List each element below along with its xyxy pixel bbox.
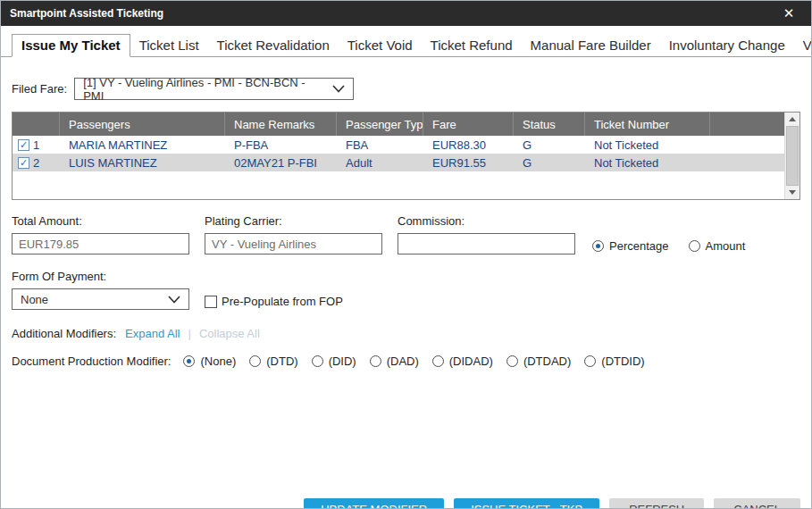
document-production-row: Document Production Modifier: (None) (DT… [12,355,800,368]
update-modifier-button[interactable]: UPDATE MODIFIER [304,498,444,509]
footer-buttons: UPDATE MODIFIER ISSUE TICKET - TKP REFRE… [304,498,800,509]
filed-fare-select[interactable]: [1] VY - Vueling Airlines - PMI - BCN-BC… [74,78,354,100]
tab-ticket-void[interactable]: Ticket Void [339,35,422,56]
table-row[interactable]: ✓ 1 MARIA MARTINEZ P-FBA FBA EUR88.30 G … [13,136,784,154]
total-amount-label: Total Amount: [12,214,205,228]
prepopulate-fop-checkbox[interactable]: Pre-Populate from FOP [205,295,343,308]
additional-modifiers-label: Additional Modifiers: [12,327,116,340]
tab-ticket-list[interactable]: Ticket List [130,35,208,56]
radio-icon [312,355,323,367]
ticket-number: Not Ticketed [585,136,710,154]
cancel-button[interactable]: CANCEL [714,498,800,509]
col-ticket-number: Ticket Number [585,113,710,136]
commission-field[interactable] [398,233,575,254]
row-number: 1 [33,138,39,152]
tab-involuntary-change[interactable]: Involuntary Change [660,35,794,56]
expand-all-link[interactable]: Expand All [125,327,180,340]
scrollbar-thumb[interactable] [786,126,799,186]
fare: EUR88.30 [423,136,514,154]
tab-issue-my-ticket[interactable]: Issue My Ticket [12,34,130,57]
filed-fare-row: Filed Fare: [1] VY - Vueling Airlines - … [12,78,800,100]
status: G [514,136,585,154]
table-empty-area [13,171,784,199]
filed-fare-label: Filed Fare: [12,82,67,96]
docprod-radio-dtd[interactable]: (DTD) [249,355,297,368]
amount-radio[interactable]: Amount [689,239,746,253]
radio-icon [689,240,700,252]
additional-modifiers-row: Additional Modifiers: Expand All | Colla… [12,327,800,340]
status: G [514,154,585,171]
form-of-payment-value: None [21,293,159,306]
smartpoint-ticketing-dialog: Smartpoint Assisted Ticketing ✕ Issue My… [0,0,812,509]
issue-ticket-tkp-button[interactable]: ISSUE TICKET - TKP [454,498,599,509]
passenger-table: Passengers Name Remarks Passenger Type F… [12,112,800,200]
total-amount-field[interactable] [12,233,189,254]
tab-ticket-refund[interactable]: Ticket Refund [422,35,522,56]
fare: EUR91.55 [423,154,514,171]
close-icon[interactable]: ✕ [775,1,802,26]
docprod-radio-none[interactable]: (None) [183,355,236,368]
col-status: Status [514,113,585,136]
document-production-label: Document Production Modifier: [12,355,171,368]
amount-fields-row: Total Amount: Plating Carrier: Commissio… [12,214,800,254]
passenger-type: Adult [337,154,423,171]
chevron-down-icon [332,85,345,93]
radio-selected-icon [183,355,195,367]
tab-content: Filed Fare: [1] VY - Vueling Airlines - … [1,78,811,509]
col-passengers: Passengers [60,113,225,136]
checkbox-icon [205,296,217,308]
scroll-down-icon[interactable] [785,186,799,199]
window-title: Smartpoint Assisted Ticketing [10,7,163,20]
table-row[interactable]: ✓ 2 LUIS MARTINEZ 02MAY21 P-FBI Adult EU… [13,154,784,171]
col-checkbox [13,113,60,136]
tab-voluntary-change[interactable]: Voluntary Change [794,35,812,56]
passenger-type: FBA [337,136,423,154]
radio-icon [432,355,444,367]
form-of-payment-label: Form Of Payment: [12,270,189,283]
plating-carrier-label: Plating Carrier: [205,214,398,228]
passenger-table-grid: Passengers Name Remarks Passenger Type F… [13,113,784,199]
tabstrip: Issue My Ticket Ticket List Ticket Reval… [1,33,811,57]
passenger-name: MARIA MARTINEZ [60,136,225,154]
table-header: Passengers Name Remarks Passenger Type F… [13,113,784,136]
docprod-radio-dtdad[interactable]: (DTDAD) [506,355,571,368]
row1-checkbox[interactable]: ✓ [18,139,29,151]
scroll-up-icon[interactable] [785,113,799,126]
tab-ticket-revalidation[interactable]: Ticket Revalidation [208,35,339,56]
filed-fare-value: [1] VY - Vueling Airlines - PMI - BCN-BC… [83,76,323,103]
table-scrollbar[interactable] [784,113,799,199]
titlebar: Smartpoint Assisted Ticketing ✕ [1,1,811,26]
radio-icon [370,355,381,367]
col-passenger-type: Passenger Type [337,113,423,136]
row-number: 2 [33,156,39,170]
docprod-radio-dad[interactable]: (DAD) [370,355,419,368]
col-name-remarks: Name Remarks [225,113,337,136]
commission-mode-group: Percentage Amount [592,239,745,253]
tab-manual-fare-builder[interactable]: Manual Fare Builder [522,35,660,56]
collapse-all-link[interactable]: Collapse All [199,327,260,340]
chevron-down-icon [168,296,180,304]
passenger-name: LUIS MARTINEZ [60,154,225,171]
radio-icon [506,355,518,367]
col-extra [710,113,784,136]
plating-carrier-field[interactable] [205,233,382,254]
ticket-number: Not Ticketed [585,154,710,171]
refresh-button[interactable]: REFRESH [609,498,704,509]
docprod-radio-didad[interactable]: (DIDAD) [432,355,493,368]
radio-selected-icon [592,240,604,252]
docprod-radio-did[interactable]: (DID) [312,355,356,368]
radio-icon [249,355,261,367]
form-of-payment-row: Form Of Payment: None Pre-Populate from … [12,270,800,310]
row2-checkbox[interactable]: ✓ [18,157,29,169]
col-fare: Fare [423,113,514,136]
name-remarks: P-FBA [225,136,337,154]
docprod-radio-dtdid[interactable]: (DTDID) [584,355,644,368]
form-of-payment-select[interactable]: None [12,288,189,310]
name-remarks: 02MAY21 P-FBI [225,154,337,171]
radio-icon [584,355,596,367]
link-separator: | [188,327,191,340]
commission-label: Commission: [398,214,590,228]
percentage-radio[interactable]: Percentage [592,239,669,253]
